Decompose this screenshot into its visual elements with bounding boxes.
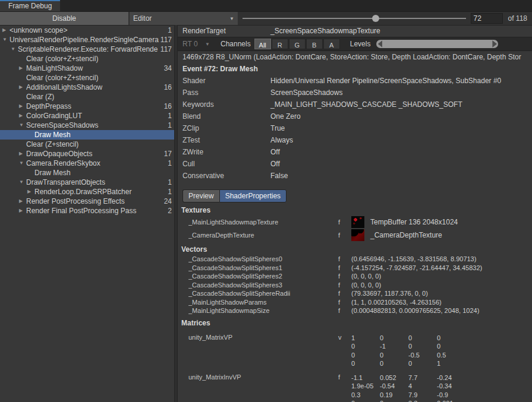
tree-item[interactable]: ▶<unknown scope>1 [0,26,174,35]
vector-row: _CascadeShadowSplitSpheres2f(0, 0, 0, 0) [178,272,532,281]
tree-item[interactable]: ▶DepthPrepass16 [0,102,174,111]
tree-item-count: 16 [164,83,174,91]
matrix-cell: 0.19 [380,391,408,400]
vector-name: _CascadeShadowSplitSpheres0 [188,255,338,262]
tree-item-label: Clear (color+Z+stencil) [26,74,172,82]
foldout-open-icon[interactable]: ▼ [2,35,10,45]
matrix-cell: 0 [380,399,408,402]
event-property-value: Always [270,136,293,144]
vector-row: _CascadeShadowSplitSpheres0f(0.6456946, … [178,255,532,264]
vectors-section-title: Vectors [178,245,532,255]
tab-shader-properties[interactable]: ShaderProperties [219,189,287,202]
texture-name: _CameraDepthTexture [188,232,338,239]
foldout-closed-icon[interactable]: ▶ [19,197,26,206]
channel-button-r[interactable]: R [272,39,288,49]
tree-item-label: MainLightShadow [26,64,164,72]
matrices-section: unity_MatrixVPv10000-10000-0.50.50001uni… [178,334,532,402]
matrix-cell: 1.9e-05 [351,382,380,391]
foldout-open-icon[interactable]: ▼ [19,159,26,168]
tree-item-count: 1 [168,112,174,120]
channel-button-g[interactable]: G [289,39,306,49]
vector-name: _MainLightShadowParams [188,299,338,306]
foldout-closed-icon[interactable]: ▶ [2,26,10,35]
tree-item[interactable]: ▼Camera.RenderSkybox1 [0,159,174,168]
foldout-closed-icon[interactable]: ▶ [19,206,26,216]
tab-preview[interactable]: Preview [182,189,219,202]
rt-index-dropdown[interactable]: RT 0 ▼ [182,40,213,48]
event-property-row: PassScreenSpaceShadows [178,87,532,99]
levels-max-handle[interactable] [492,40,498,48]
frame-debug-tab[interactable]: Frame Debug [0,0,60,11]
texture-thumbnail[interactable] [351,216,364,228]
foldout-closed-icon[interactable]: ▶ [19,64,26,73]
levels-min-handle[interactable] [377,40,382,48]
vector-row: _MainLightShadowParamsf(1, 1, 0.00210526… [178,298,532,307]
tree-item[interactable]: Clear (color+Z+stencil) [0,54,174,64]
foldout-open-icon[interactable]: ▼ [19,178,26,187]
tree-item[interactable]: ▶MainLightShadow34 [0,64,174,73]
tree-item[interactable]: ▶DrawOpaqueObjects17 [0,149,174,159]
property-flag: f [338,273,351,280]
tree-item[interactable]: ▼ScreenSpaceShadows1 [0,121,174,130]
tree-item[interactable]: Clear (Z+stencil) [0,140,174,149]
event-property-value: Off [270,148,280,156]
tree-item-label: Render PostProcessing Effects [26,197,164,205]
tree-item[interactable]: ▶RenderLoop.DrawSRPBatcher1 [0,187,174,197]
tree-item[interactable]: ▶Render Final PostProcessing Pass2 [0,206,174,216]
vector-value: (0.6456946, -1.15639, -3.831568, 8.90713… [351,255,476,262]
matrix-cell: 7.7 [408,373,437,382]
tree-item[interactable]: ▶AdditionalLightsShadow16 [0,83,174,92]
event-property-value: Off [270,160,280,168]
foldout-open-icon[interactable]: ▼ [11,45,18,54]
render-target-label: RenderTarget [182,27,270,35]
tree-item-label: AdditionalLightsShadow [26,83,164,91]
vectors-section: _CascadeShadowSplitSpheres0f(0.6456946, … [178,255,532,315]
tree-item[interactable]: ▼DrawTransparentObjects1 [0,178,174,187]
event-slider[interactable] [243,12,466,25]
target-dropdown[interactable]: Editor ▼ [130,12,238,25]
matrix-cell: 4 [408,382,437,391]
foldout-open-icon[interactable]: ▼ [19,121,26,130]
foldout-closed-icon[interactable]: ▶ [19,102,26,111]
matrix-cell: 0 [380,351,408,360]
event-property-value: Hidden/Universal Render Pipeline/ScreenS… [270,77,501,85]
tree-item[interactable]: ▶Render PostProcessing Effects24 [0,197,174,206]
disable-button[interactable]: Disable [0,12,128,25]
foldout-closed-icon[interactable]: ▶ [19,149,26,159]
vector-name: _CascadeShadowSplitSpheres2 [188,273,338,280]
render-target-value: _ScreenSpaceShadowmapTexture [270,27,380,35]
tree-item-label: DepthPrepass [26,102,164,110]
tree-item[interactable]: ▼ScriptableRenderer.Execute: ForwardRend… [0,45,174,54]
vector-name: _CascadeShadowSplitSpheres3 [188,281,338,289]
event-property-key: Shader [182,77,270,85]
event-property-key: Conservative [182,172,270,180]
levels-range-slider[interactable] [376,40,498,48]
matrix-cell: -0.24 [437,373,465,382]
tree-item[interactable]: ▼UniversalRenderPipeline.RenderSingleCam… [0,35,174,45]
tree-item[interactable]: Clear (Z) [0,92,174,102]
channel-button-all[interactable]: All [254,39,271,49]
tree-item[interactable]: Clear (color+Z+stencil) [0,73,174,83]
event-slider-thumb[interactable] [372,15,379,22]
tree-item[interactable]: ▶ColorGradingLUT1 [0,111,174,121]
tree-item[interactable]: Draw Mesh [0,130,174,140]
event-number-input[interactable]: 72 [471,13,503,24]
foldout-closed-icon[interactable]: ▶ [19,83,26,92]
property-flag: f [338,307,351,314]
channel-button-a[interactable]: A [323,39,340,49]
texture-thumbnail[interactable] [351,229,364,241]
tree-item[interactable]: Draw Mesh [0,168,174,178]
event-detail-panel: RenderTarget _ScreenSpaceShadowmapTextur… [178,25,532,402]
channel-button-group: AllRGBA [254,39,341,49]
channel-button-b[interactable]: B [306,39,323,49]
vector-row: _CascadeShadowSplitSphereRadiif(79.33697… [178,289,532,298]
tree-item-label: Camera.RenderSkybox [26,159,168,167]
tree-item-label: DrawTransparentObjects [26,178,168,186]
vector-value: (79.33697, 1187.376, 0, 0) [351,290,428,297]
foldout-closed-icon[interactable]: ▶ [27,187,34,197]
foldout-closed-icon[interactable]: ▶ [19,111,26,121]
event-property-value: One Zero [270,112,301,121]
property-flag: f [338,255,351,262]
event-property-row: ZWriteOff [178,146,532,158]
event-title: Event #72: Draw Mesh [178,63,532,75]
